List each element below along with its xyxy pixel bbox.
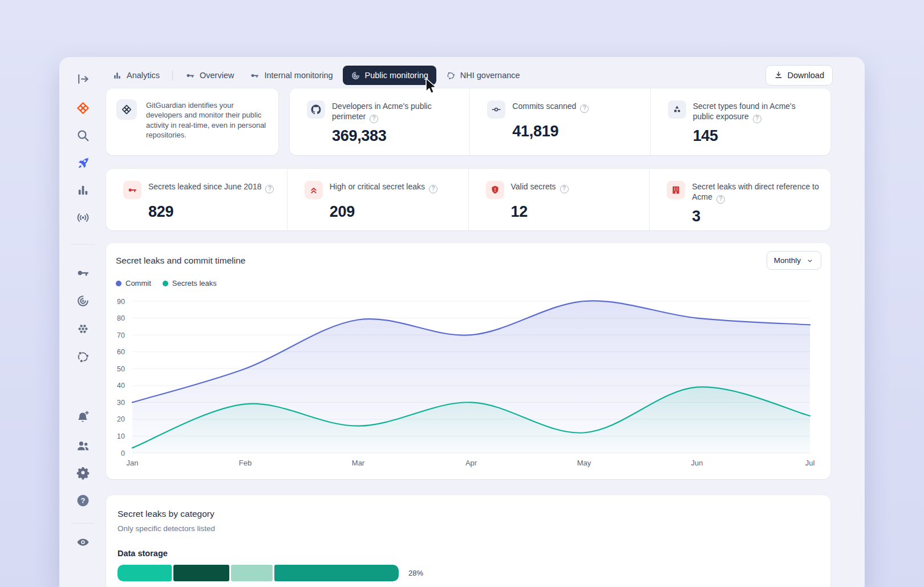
category-bar-segment-1[interactable] (117, 565, 172, 581)
svg-text:Jun: Jun (691, 459, 703, 467)
sidebar-item-search[interactable] (75, 127, 91, 143)
download-button[interactable]: Download (765, 65, 833, 86)
stat-secret-types-found-in-acme-s-public-exposure: Secret types found in Acme's public expo… (650, 88, 830, 155)
sidebar-item-help[interactable]: ? (75, 492, 91, 508)
help-tooltip-icon[interactable]: ? (753, 115, 761, 123)
sidebar-item-analytics[interactable] (75, 182, 91, 198)
key-icon (250, 71, 260, 80)
timeline-chart: 0102030405060708090JanFebMarAprMayJunJul (111, 294, 821, 478)
svg-text:Mar: Mar (352, 459, 365, 467)
help-icon: ? (76, 493, 90, 508)
help-tooltip-icon[interactable]: ? (370, 115, 378, 123)
category-bar-segment-2[interactable] (173, 565, 229, 581)
bar-chart-icon (76, 183, 90, 197)
chevron-down-icon (806, 257, 814, 265)
desktop-background: ? AnalyticsOverviewInternal monitoringPu… (0, 0, 924, 587)
sidebar-item-public-monitoring[interactable] (75, 293, 91, 309)
svg-text:40: 40 (117, 382, 125, 390)
tab-public-monitoring[interactable]: Public monitoring (343, 66, 436, 85)
legend-dot (116, 281, 121, 286)
radar-icon (351, 71, 360, 80)
gear-icon (76, 465, 90, 480)
sidebar-item-secrets[interactable] (75, 265, 91, 281)
chevrons-up-icon (305, 181, 323, 199)
key-icon (76, 266, 90, 280)
sidebar-item-settings[interactable] (75, 464, 91, 480)
category-bar-segment-4[interactable] (274, 565, 399, 581)
stat-value: 209 (330, 203, 463, 221)
tab-label: Overview (200, 71, 234, 80)
legend-item-secrets-leaks[interactable]: Secrets leaks (163, 279, 217, 288)
category-card-subtitle: Only specific detectors listed (117, 524, 819, 533)
stat-developers-in-acme-s-public-perimeter: Developers in Acme's public perimeter?36… (290, 88, 469, 155)
timeline-card: Secret leaks and commit timeline Monthly… (106, 243, 830, 479)
app-window: ? AnalyticsOverviewInternal monitoringPu… (59, 57, 865, 587)
svg-text:70: 70 (117, 331, 125, 339)
help-tooltip-icon[interactable]: ? (716, 195, 725, 204)
range-selector-value: Monthly (774, 256, 801, 265)
stat-secrets-leaked-since-june-2018: Secrets leaked since June 2018?829 (106, 169, 287, 230)
download-label: Download (788, 71, 825, 80)
chart-legend: CommitSecrets leaks (116, 279, 217, 288)
stat-high-or-critical-secret-leaks: High or critical secret leaks?209 (287, 169, 468, 230)
help-tooltip-icon[interactable]: ? (429, 185, 437, 193)
stat-value: 3 (692, 208, 825, 225)
gitguardian-logo-icon (76, 101, 90, 115)
sidebar-item-watch[interactable] (75, 534, 91, 550)
tab-analytics[interactable]: Analytics (106, 66, 166, 85)
key-icon (185, 71, 195, 80)
sidebar: ? (59, 57, 106, 587)
svg-text:90: 90 (117, 298, 125, 306)
report-tabs: AnalyticsOverviewInternal monitoringPubl… (106, 66, 526, 85)
shield-alert-icon (486, 181, 504, 199)
sidebar-item-alerts[interactable] (75, 409, 91, 425)
sidebar-collapse[interactable] (75, 71, 91, 87)
category-bar-segment-3[interactable] (231, 565, 273, 581)
category-stacked-bar (117, 565, 402, 581)
range-selector[interactable]: Monthly (767, 251, 821, 270)
category-card-title: Secret leaks by category (117, 509, 819, 519)
stat-label: Secret types found in Acme's public expo… (693, 102, 817, 123)
top-stats-row: GitGuardian identifies your developers a… (106, 88, 830, 155)
tab-overview[interactable]: Overview (179, 66, 240, 85)
stat-label: Valid secrets? (511, 182, 569, 193)
commit-icon (487, 100, 505, 119)
bell-plus-icon (76, 410, 90, 424)
top-navigation: AnalyticsOverviewInternal monitoringPubl… (106, 64, 833, 87)
github-icon (307, 100, 325, 119)
collapse-icon (76, 72, 90, 86)
stat-secret-leaks-with-direct-reference-to-acme: Secret leaks with direct reference to Ac… (649, 169, 830, 230)
stat-label: High or critical secret leaks? (330, 182, 437, 193)
legend-label: Commit (125, 279, 151, 288)
tab-internal-monitoring[interactable]: Internal monitoring (244, 66, 339, 85)
help-tooltip-icon[interactable]: ? (265, 185, 274, 193)
tab-nhi-governance[interactable]: NHI governance (440, 66, 526, 85)
gitguardian-logo-icon (116, 99, 137, 120)
tab-label: Analytics (127, 71, 160, 80)
legend-item-commit[interactable]: Commit (116, 279, 151, 288)
svg-text:May: May (577, 459, 591, 467)
stat-label: Developers in Acme's public perimeter? (332, 102, 449, 123)
sidebar-item-nhi[interactable] (75, 349, 91, 365)
sidebar-item-live[interactable] (75, 209, 91, 225)
help-tooltip-icon[interactable]: ? (560, 185, 569, 193)
svg-text:0: 0 (121, 450, 125, 458)
tab-label: NHI governance (460, 71, 520, 80)
bar-chart-icon (112, 71, 122, 80)
sidebar-item-members[interactable] (75, 438, 91, 454)
stat-value: 369,383 (332, 127, 464, 145)
search-icon (76, 128, 90, 143)
sidebar-item-get-started[interactable] (75, 155, 91, 171)
broadcast-icon (76, 210, 90, 225)
stat-label: Secret leaks with direct reference to Ac… (692, 182, 825, 204)
info-card-text: GitGuardian identifies your developers a… (146, 99, 268, 144)
svg-text:50: 50 (117, 365, 125, 373)
eye-icon (76, 535, 90, 549)
sidebar-divider (71, 244, 95, 245)
perimeter-stats-card: Developers in Acme's public perimeter?36… (290, 88, 830, 155)
help-tooltip-icon[interactable]: ? (580, 104, 589, 113)
sidebar-item-integrations[interactable] (75, 321, 91, 337)
leaks-stats-card: Secrets leaked since June 2018?829High o… (106, 169, 830, 230)
stat-value: 12 (511, 203, 644, 221)
sidebar-item-home[interactable] (75, 100, 91, 116)
